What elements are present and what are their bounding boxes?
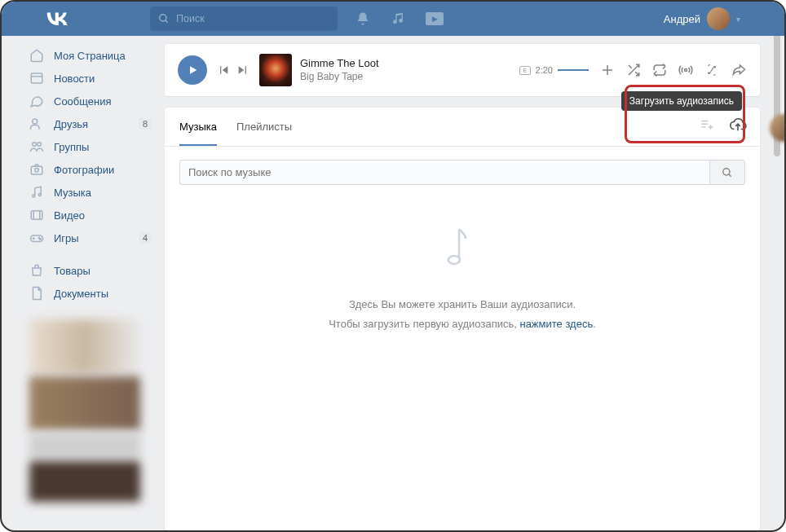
user-menu[interactable]: Андрей ▾ [664, 2, 740, 36]
music-note-icon [442, 222, 483, 271]
svg-rect-11 [31, 211, 42, 220]
next-track-button[interactable] [236, 64, 249, 77]
slash-icon[interactable] [704, 63, 719, 77]
empty-line1: Здесь Вы можете хранить Ваши аудиозаписи… [165, 295, 760, 314]
svg-point-10 [38, 194, 41, 196]
message-icon [29, 94, 46, 108]
nav-friends[interactable]: Друзья8 [29, 112, 152, 135]
audio-player: Gimme The Loot Big Baby Tape E 2:20 [165, 44, 760, 96]
username: Андрей [664, 13, 700, 25]
share-icon[interactable] [731, 63, 747, 77]
repeat-icon[interactable] [652, 63, 667, 77]
track-info: Gimme The Loot Big Baby Tape [300, 57, 379, 83]
bell-icon[interactable] [355, 11, 370, 26]
tab-actions: Загрузить аудиозапись [698, 116, 748, 134]
music-search-row [165, 147, 760, 193]
video-icon [29, 208, 46, 222]
svg-point-27 [723, 168, 730, 174]
tab-playlists[interactable]: Плейлисты [236, 108, 292, 146]
add-track-button[interactable] [600, 63, 615, 77]
vk-logo[interactable] [46, 12, 68, 25]
camera-icon [29, 162, 46, 177]
explicit-icon: E [519, 66, 530, 75]
upload-tooltip: Загрузить аудиозапись [621, 91, 742, 111]
tabs: Музыка Плейлисты Загрузить аудиозапись [165, 108, 760, 147]
nav-messages[interactable]: Сообщения [29, 90, 152, 112]
music-search-button[interactable] [709, 160, 745, 185]
music-nav-icon [29, 185, 46, 200]
broadcast-icon[interactable] [678, 63, 693, 77]
page-layout: Моя Страница Новости Сообщения Друзья8 Г… [2, 36, 784, 530]
music-card: Музыка Плейлисты Загрузить аудиозапись [165, 108, 760, 530]
nav-market[interactable]: Товары [29, 259, 152, 282]
side-avatar[interactable] [770, 114, 786, 142]
svg-point-5 [33, 143, 37, 147]
svg-point-21 [714, 67, 716, 68]
svg-point-16 [40, 239, 42, 240]
app-frame: Поиск ▶ Андрей ▾ Моя Страница Новости Со… [0, 0, 786, 532]
svg-point-4 [33, 119, 38, 124]
play-button[interactable] [178, 55, 207, 85]
avatar [707, 7, 730, 30]
search-placeholder: Поиск [176, 13, 205, 24]
prev-track-button[interactable] [217, 64, 230, 77]
badge: 8 [139, 118, 152, 130]
play-square-icon[interactable]: ▶ [426, 11, 444, 26]
music-icon[interactable] [391, 11, 404, 26]
nav-music[interactable]: Музыка [29, 181, 152, 204]
news-icon [29, 71, 46, 86]
shuffle-icon[interactable] [626, 63, 641, 77]
scrollbar[interactable] [774, 10, 780, 522]
global-search[interactable]: Поиск [150, 7, 338, 31]
empty-line2: Чтобы загрузить первую аудиозапись, нажм… [165, 314, 760, 333]
bag-icon [29, 263, 46, 278]
svg-point-29 [448, 256, 460, 264]
svg-point-9 [33, 195, 35, 197]
svg-point-20 [709, 73, 710, 74]
chevron-down-icon: ▾ [736, 15, 740, 24]
svg-point-19 [685, 69, 687, 72]
friends-icon [29, 117, 46, 131]
nav-groups[interactable]: Группы [29, 135, 152, 158]
svg-point-8 [35, 169, 39, 173]
svg-rect-7 [31, 166, 42, 174]
svg-point-0 [160, 15, 166, 21]
album-art[interactable] [259, 54, 292, 86]
nav-my-page[interactable]: Моя Страница [29, 44, 152, 67]
sidebar: Моя Страница Новости Сообщения Друзья8 Г… [29, 44, 152, 530]
upload-link[interactable]: нажмите здесь [519, 318, 593, 330]
sidebar-ads [29, 319, 152, 502]
upload-cloud-icon[interactable] [727, 116, 748, 134]
doc-icon [29, 286, 46, 301]
music-search-input[interactable] [179, 160, 709, 185]
playlist-add-icon[interactable] [698, 117, 716, 132]
track-title: Gimme The Loot [300, 57, 379, 71]
top-header: Поиск ▶ Андрей ▾ [2, 2, 784, 36]
home-icon [29, 48, 46, 63]
nav-games[interactable]: Игры4 [29, 226, 152, 249]
svg-rect-2 [31, 73, 42, 83]
svg-line-28 [729, 174, 731, 176]
track-time: E 2:20 [519, 65, 589, 75]
badge: 4 [139, 232, 152, 244]
empty-state: Здесь Вы можете хранить Ваши аудиозаписи… [165, 193, 760, 350]
svg-point-6 [38, 143, 42, 147]
header-icons: ▶ [355, 11, 444, 26]
games-icon [29, 231, 46, 245]
main-column: Gimme The Loot Big Baby Tape E 2:20 [165, 44, 760, 530]
nav-video[interactable]: Видео [29, 204, 152, 226]
groups-icon [29, 139, 46, 154]
nav-photos[interactable]: Фотографии [29, 158, 152, 181]
track-artist: Big Baby Tape [300, 71, 379, 84]
progress-line[interactable] [558, 69, 589, 71]
player-controls [217, 64, 249, 77]
nav-news[interactable]: Новости [29, 67, 152, 90]
nav-docs[interactable]: Документы [29, 282, 152, 305]
svg-line-1 [166, 20, 168, 23]
tab-music[interactable]: Музыка [179, 108, 217, 146]
